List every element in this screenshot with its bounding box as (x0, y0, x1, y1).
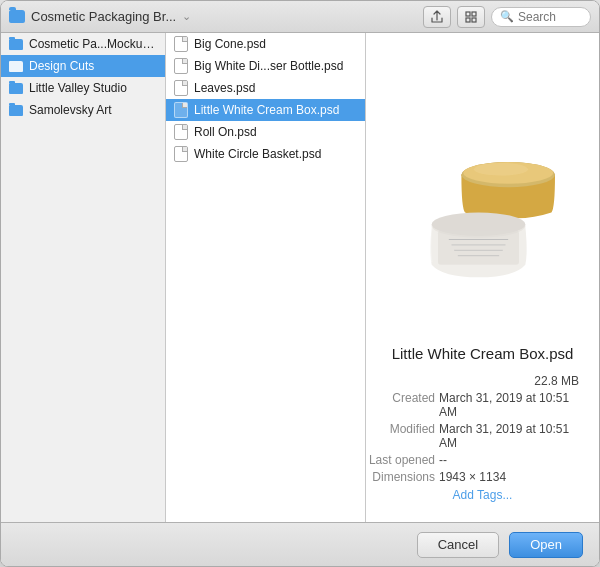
meta-row-last-opened: Last opened -- (386, 453, 579, 467)
modified-value: March 31, 2019 at 10:51 AM (439, 422, 579, 450)
chevron-down-icon[interactable]: ⌄ (182, 10, 191, 23)
folder-item-label: Design Cuts (29, 59, 94, 73)
folder-icon (9, 83, 23, 94)
left-panel-folders: Cosmetic Pa...Mockup Zone Design Cuts Li… (1, 33, 166, 522)
psd-file-icon (174, 58, 188, 74)
add-tags-link[interactable]: Add Tags... (386, 488, 579, 502)
file-item-label: Little White Cream Box.psd (194, 103, 339, 117)
folder-item-little-valley-studio[interactable]: Little Valley Studio (1, 77, 165, 99)
svg-rect-0 (466, 12, 470, 16)
filesize-value: 22.8 MB (534, 374, 579, 388)
file-item-label: Big Cone.psd (194, 37, 266, 51)
modified-label: Modified (366, 422, 435, 436)
file-item-label: Leaves.psd (194, 81, 255, 95)
file-item-label: Roll On.psd (194, 125, 257, 139)
dimensions-label: Dimensions (366, 470, 435, 484)
psd-file-icon (174, 146, 188, 162)
file-item-little-white-cream-box[interactable]: Little White Cream Box.psd (166, 99, 365, 121)
titlebar-left: Cosmetic Packaging Br... ⌄ (9, 9, 415, 24)
meta-row-filesize: 22.8 MB (386, 374, 579, 388)
preview-filename: Little White Cream Box.psd (386, 345, 579, 362)
file-item-label: White Circle Basket.psd (194, 147, 321, 161)
file-item-leaves[interactable]: Leaves.psd (166, 77, 365, 99)
folder-icon (9, 105, 23, 116)
file-item-white-circle-basket[interactable]: White Circle Basket.psd (166, 143, 365, 165)
file-item-label: Big White Di...ser Bottle.psd (194, 59, 343, 73)
svg-rect-2 (466, 18, 470, 22)
psd-file-icon (174, 36, 188, 52)
meta-table: 22.8 MB Created March 31, 2019 at 10:51 … (386, 374, 579, 484)
meta-row-created: Created March 31, 2019 at 10:51 AM (386, 391, 579, 419)
bottom-bar: Cancel Open (1, 522, 599, 566)
last-opened-label: Last opened (366, 453, 435, 467)
search-icon: 🔍 (500, 10, 514, 23)
folder-icon (9, 61, 23, 72)
search-input[interactable] (518, 10, 588, 24)
svg-rect-1 (472, 12, 476, 16)
folder-icon-title (9, 10, 25, 23)
svg-rect-11 (438, 231, 519, 265)
file-item-roll-on[interactable]: Roll On.psd (166, 121, 365, 143)
folder-item-samolevsky-art[interactable]: Samolevsky Art (1, 99, 165, 121)
content-area: Cosmetic Pa...Mockup Zone Design Cuts Li… (1, 33, 599, 522)
psd-file-icon (174, 80, 188, 96)
titlebar: Cosmetic Packaging Br... ⌄ 🔍 (1, 1, 599, 33)
meta-row-modified: Modified March 31, 2019 at 10:51 AM (386, 422, 579, 450)
titlebar-controls: 🔍 (423, 6, 591, 28)
folder-item-label: Little Valley Studio (29, 81, 127, 95)
svg-rect-3 (472, 18, 476, 22)
created-label: Created (366, 391, 435, 405)
last-opened-value: -- (439, 453, 579, 467)
created-value: March 31, 2019 at 10:51 AM (439, 391, 579, 419)
view-button[interactable] (457, 6, 485, 28)
psd-file-icon (174, 102, 188, 118)
share-button[interactable] (423, 6, 451, 28)
cancel-button[interactable]: Cancel (417, 532, 499, 558)
meta-row-dimensions: Dimensions 1943 × 1134 (386, 470, 579, 484)
preview-info: Little White Cream Box.psd 22.8 MB Creat… (386, 345, 579, 502)
psd-file-icon (174, 124, 188, 140)
folder-item-label: Cosmetic Pa...Mockup Zone (29, 37, 157, 51)
search-box[interactable]: 🔍 (491, 7, 591, 27)
middle-panel-files: Big Cone.psd Big White Di...ser Bottle.p… (166, 33, 366, 522)
finder-dialog: Cosmetic Packaging Br... ⌄ 🔍 (0, 0, 600, 567)
folder-item-design-cuts[interactable]: Design Cuts (1, 55, 165, 77)
file-item-big-white-bottle[interactable]: Big White Di...ser Bottle.psd (166, 55, 365, 77)
right-panel-preview: Little White Cream Box.psd 22.8 MB Creat… (366, 33, 599, 522)
dimensions-value: 1943 × 1134 (439, 470, 579, 484)
folder-item-cosmetic-mockup-zone[interactable]: Cosmetic Pa...Mockup Zone (1, 33, 165, 55)
folder-item-label: Samolevsky Art (29, 103, 112, 117)
folder-icon (9, 39, 23, 50)
preview-image (393, 119, 573, 279)
preview-image-container (386, 53, 579, 345)
open-button[interactable]: Open (509, 532, 583, 558)
svg-point-7 (474, 163, 528, 176)
file-item-big-cone[interactable]: Big Cone.psd (166, 33, 365, 55)
titlebar-title: Cosmetic Packaging Br... (31, 9, 176, 24)
